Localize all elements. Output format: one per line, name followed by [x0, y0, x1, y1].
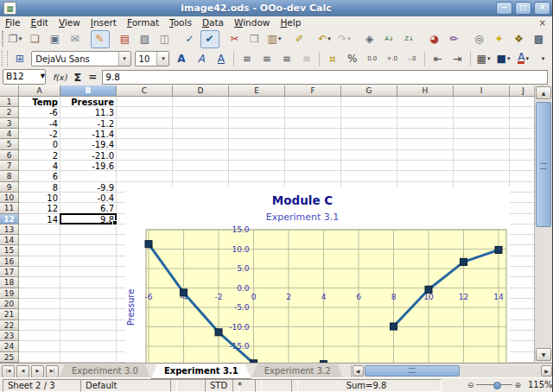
menu-item-view[interactable]: View: [54, 16, 86, 28]
menu-item-edit[interactable]: Edit: [26, 16, 54, 28]
row-header-2[interactable]: 2: [0, 107, 19, 117]
sheet-tab-experiment-3-1[interactable]: Experiment 3.1: [151, 364, 251, 379]
column-header-A[interactable]: A: [19, 85, 60, 97]
vertical-scroll-thumb[interactable]: [536, 102, 551, 227]
cell-selection-outline[interactable]: [60, 213, 117, 224]
row-header-17[interactable]: 17: [0, 267, 19, 277]
vertical-scrollbar[interactable]: ▲ ▼: [534, 85, 552, 363]
row-header-19[interactable]: 19: [0, 288, 19, 299]
chevron-down-icon[interactable]: ▾: [156, 52, 168, 66]
toolbar-overflow-button[interactable]: ▾: [534, 50, 553, 68]
chevron-down-icon[interactable]: ▾: [41, 70, 45, 84]
row-header-15[interactable]: 15: [0, 245, 19, 256]
cell-B7[interactable]: -19.6: [60, 161, 114, 171]
sort-ascending-button[interactable]: A↓: [380, 30, 399, 48]
dropdown-arrow-icon[interactable]: ▾: [507, 55, 511, 62]
number-format-percent-button[interactable]: %: [343, 50, 362, 68]
edit-file-button[interactable]: ✎: [91, 30, 110, 48]
row-header-14[interactable]: 14: [0, 235, 19, 245]
column-header-I[interactable]: I: [454, 85, 510, 97]
clone-formatting-button[interactable]: ✐: [290, 30, 309, 48]
number-format-standard-button[interactable]: 0.0: [363, 50, 382, 68]
background-color-button[interactable]: ■▾: [494, 50, 513, 68]
cell-A8[interactable]: 6: [19, 172, 58, 181]
print-button[interactable]: ▧: [136, 30, 155, 48]
gallery-button[interactable]: ❖: [510, 30, 529, 48]
cell-B6[interactable]: -21.0: [60, 151, 114, 161]
row-header-6[interactable]: 6: [0, 150, 19, 161]
row-header-10[interactable]: 10: [0, 193, 19, 203]
sum-button[interactable]: Σ: [73, 71, 81, 84]
close-button[interactable]: ×: [534, 2, 550, 15]
number-format-currency-button[interactable]: ¤: [323, 50, 342, 68]
cell-A10[interactable]: 10: [19, 193, 58, 203]
row-header-13[interactable]: 13: [0, 224, 19, 235]
add-decimal-place-button[interactable]: +.0: [383, 50, 402, 68]
menu-item-help[interactable]: Help: [275, 16, 306, 28]
font-size-combo[interactable]: 10▾: [135, 51, 170, 66]
font-name-combo[interactable]: DejaVu Sans▾: [31, 51, 130, 66]
new-document-button[interactable]: ❐▾: [6, 30, 25, 48]
spellcheck-button[interactable]: ✓: [181, 30, 200, 48]
row-header-23[interactable]: 23: [0, 331, 19, 341]
column-header-D[interactable]: D: [173, 85, 229, 97]
row-header-24[interactable]: 24: [0, 341, 19, 351]
spreadsheet-grid[interactable]: ABCDEFGHIJ123456789101112131415161718192…: [0, 85, 536, 363]
font-color-button[interactable]: A▾: [514, 50, 533, 68]
styles-window-button[interactable]: ⊞: [10, 50, 29, 68]
column-header-E[interactable]: E: [229, 85, 285, 97]
cell-A1[interactable]: Temp: [19, 98, 58, 107]
minimize-button[interactable]: −: [496, 2, 512, 15]
increase-indent-button[interactable]: ⇥: [448, 50, 467, 68]
column-header-G[interactable]: G: [341, 85, 397, 97]
sort-descending-button[interactable]: Z↓: [400, 30, 419, 48]
italic-button[interactable]: A: [192, 50, 211, 68]
align-center-button[interactable]: ≡: [257, 50, 276, 68]
cell-B3[interactable]: -1.2: [60, 119, 114, 129]
find-replace-button[interactable]: ◎: [470, 30, 489, 48]
hyperlink-button[interactable]: ◈: [360, 30, 379, 48]
menu-item-data[interactable]: Data: [197, 16, 229, 28]
underline-button[interactable]: A: [212, 50, 231, 68]
document-as-email-button[interactable]: ✉: [66, 30, 85, 48]
scroll-right-icon[interactable]: ▶: [541, 365, 552, 376]
cell-B9[interactable]: -9.9: [60, 183, 114, 193]
zoom-slider-handle[interactable]: [493, 382, 501, 389]
row-header-8[interactable]: 8: [0, 171, 19, 181]
zoom-button[interactable]: ⊙: [550, 30, 553, 48]
zoom-slider[interactable]: ⊖ ⊕: [467, 379, 521, 390]
first-sheet-button[interactable]: |◀: [2, 365, 15, 378]
menu-item-format[interactable]: Format: [122, 16, 164, 28]
cell-reference-box[interactable]: B12 ▾: [3, 69, 46, 85]
dropdown-arrow-icon[interactable]: ▾: [327, 35, 331, 42]
title-bar[interactable]: ▦ image42.ods - OOo-dev Calc − □ ×: [0, 0, 553, 16]
next-sheet-button[interactable]: ▶: [31, 365, 44, 378]
cell-A7[interactable]: 4: [19, 161, 58, 171]
toolbar-drag-handle[interactable]: [2, 31, 3, 47]
align-left-button[interactable]: ≡: [238, 50, 257, 68]
cell-B1[interactable]: Pressure: [60, 98, 114, 107]
paste-button[interactable]: ▥▾: [265, 30, 284, 48]
align-right-button[interactable]: ≡: [277, 50, 296, 68]
undo-button[interactable]: ↶▾: [315, 30, 334, 48]
auto-spellcheck-button[interactable]: ✔: [200, 30, 219, 48]
row-header-21[interactable]: 21: [0, 309, 19, 319]
page-preview-button[interactable]: ◫: [156, 30, 175, 48]
delete-decimal-place-button[interactable]: -.0: [403, 50, 422, 68]
row-header-1[interactable]: 1: [0, 97, 19, 107]
zoom-slider-track[interactable]: [476, 384, 513, 385]
cell-A4[interactable]: -2: [19, 130, 58, 139]
data-sources-button[interactable]: ▩: [530, 30, 549, 48]
row-header-18[interactable]: 18: [0, 277, 19, 288]
open-button[interactable]: ❏: [26, 30, 45, 48]
cell-A3[interactable]: -4: [19, 119, 58, 129]
dropdown-arrow-icon[interactable]: ▾: [347, 35, 351, 42]
show-draw-functions-button[interactable]: ✏: [445, 30, 464, 48]
insert-chart-button[interactable]: ◕: [425, 30, 444, 48]
close-document-icon[interactable]: ×: [539, 18, 546, 28]
dropdown-arrow-icon[interactable]: ▾: [525, 55, 529, 62]
column-header-B[interactable]: B: [60, 85, 117, 97]
cell-A5[interactable]: 0: [19, 140, 58, 149]
last-sheet-button[interactable]: ▶|: [46, 365, 59, 378]
row-header-3[interactable]: 3: [0, 118, 19, 129]
